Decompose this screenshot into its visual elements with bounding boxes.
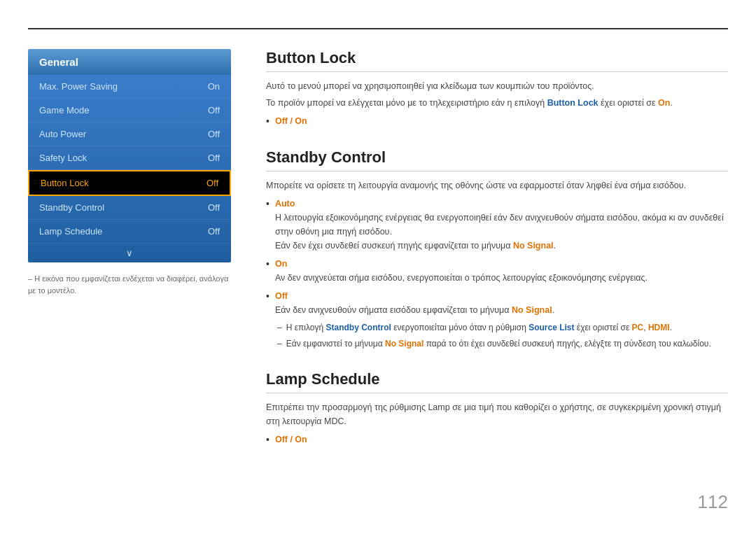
menu-item-label: Standby Control: [39, 202, 104, 213]
dash-dot: –: [277, 337, 282, 351]
sidebar-title: General: [28, 49, 231, 75]
bullet-dot: •: [266, 289, 270, 304]
main-content: Button LockΑυτό το μενού μπορεί να χρησι…: [266, 49, 728, 467]
bullet-content: Off / On: [275, 114, 728, 128]
bullet-list: •AutoΗ λειτουργία εξοικονόμησης ενέργεια…: [266, 197, 728, 317]
bullet-content: OnΑν δεν ανιχνεύεται σήμα εισόδου, ενεργ…: [275, 257, 728, 285]
section-standby-control: Standby ControlΜπορείτε να ορίσετε τη λε…: [266, 148, 728, 351]
menu-item-label: Lamp Schedule: [39, 226, 102, 237]
bullet-item: •AutoΗ λειτουργία εξοικονόμησης ενέργεια…: [266, 197, 728, 253]
dash-text: Εάν εμφανιστεί το μήνυμα No Signal παρά …: [286, 337, 711, 351]
bullet-dot: •: [266, 114, 270, 129]
dash-item: –Εάν εμφανιστεί το μήνυμα No Signal παρά…: [266, 337, 728, 351]
menu-item-value: Off: [208, 105, 220, 115]
bullet-list: •Off / On: [266, 433, 728, 447]
sidebar: General Max. Power Saving On Game Mode O…: [28, 49, 231, 262]
top-divider: [28, 28, 728, 29]
dash-item: –Η επιλογή Standby Control ενεργοποιείτα…: [266, 321, 728, 335]
menu-item-safety-lock[interactable]: Safety Lock Off: [28, 146, 231, 170]
menu-item-label: Safety Lock: [39, 153, 87, 163]
menu-item-auto-power[interactable]: Auto Power Off: [28, 122, 231, 146]
bullet-dot: •: [266, 433, 270, 447]
section-paragraph: Αυτό το μενού μπορεί να χρησιμοποιηθεί γ…: [266, 79, 728, 93]
menu-item-label: Button Lock: [41, 178, 89, 188]
menu-item-button-lock[interactable]: Button Lock Off: [28, 170, 231, 196]
bullet-list: •Off / On: [266, 114, 728, 129]
dash-dot: –: [277, 321, 282, 335]
bullet-content: Off / On: [275, 433, 728, 447]
menu-item-value: Off: [206, 178, 218, 188]
bullet-content: AutoΗ λειτουργία εξοικονόμησης ενέργειας…: [275, 197, 728, 253]
bullet-item: •OffΕάν δεν ανιχνευθούν σήματα εισόδου ε…: [266, 289, 728, 317]
bullet-dot: •: [266, 257, 270, 272]
section-lamp-schedule: Lamp ScheduleΕπιτρέπει την προσαρμογή τη…: [266, 370, 728, 447]
bullet-item: •Off / On: [266, 433, 728, 447]
bullet-item: •OnΑν δεν ανιχνεύεται σήμα εισόδου, ενερ…: [266, 257, 728, 285]
section-paragraph: Μπορείτε να ορίσετε τη λειτουργία αναμον…: [266, 178, 728, 192]
section-paragraph: Επιτρέπει την προσαρμογή της ρύθμισης La…: [266, 400, 728, 428]
bullet-content: OffΕάν δεν ανιχνευθούν σήματα εισόδου εμ…: [275, 289, 728, 317]
menu-item-value: Off: [208, 202, 220, 213]
section-title-standby-control: Standby Control: [266, 148, 728, 171]
dash-text: Η επιλογή Standby Control ενεργοποιείται…: [286, 321, 672, 335]
section-title-lamp-schedule: Lamp Schedule: [266, 370, 728, 393]
section-title-button-lock: Button Lock: [266, 49, 728, 72]
bullet-dot: •: [266, 197, 270, 211]
sidebar-note: – Η εικόνα που εμφανίζεται ενδέχεται να …: [28, 273, 231, 296]
menu-item-lamp-schedule[interactable]: Lamp Schedule Off: [28, 220, 231, 244]
menu-item-label: Auto Power: [39, 129, 86, 139]
menu-item-value: Off: [208, 226, 220, 237]
sidebar-menu: Max. Power Saving On Game Mode Off Auto …: [28, 75, 231, 262]
page-number: 112: [698, 491, 728, 513]
menu-item-game-mode[interactable]: Game Mode Off: [28, 99, 231, 122]
chevron-down-icon[interactable]: ∨: [28, 244, 231, 262]
menu-item-max-power-saving[interactable]: Max. Power Saving On: [28, 75, 231, 99]
section-button-lock: Button LockΑυτό το μενού μπορεί να χρησι…: [266, 49, 728, 129]
menu-item-value: On: [208, 81, 220, 92]
menu-item-value: Off: [208, 129, 220, 139]
menu-item-label: Max. Power Saving: [39, 81, 118, 92]
bullet-item: •Off / On: [266, 114, 728, 129]
menu-item-label: Game Mode: [39, 105, 90, 115]
menu-item-value: Off: [208, 153, 220, 163]
menu-item-standby-control[interactable]: Standby Control Off: [28, 196, 231, 220]
section-paragraph: Το προϊόν μπορεί να ελέγχεται μόνο με το…: [266, 96, 728, 110]
